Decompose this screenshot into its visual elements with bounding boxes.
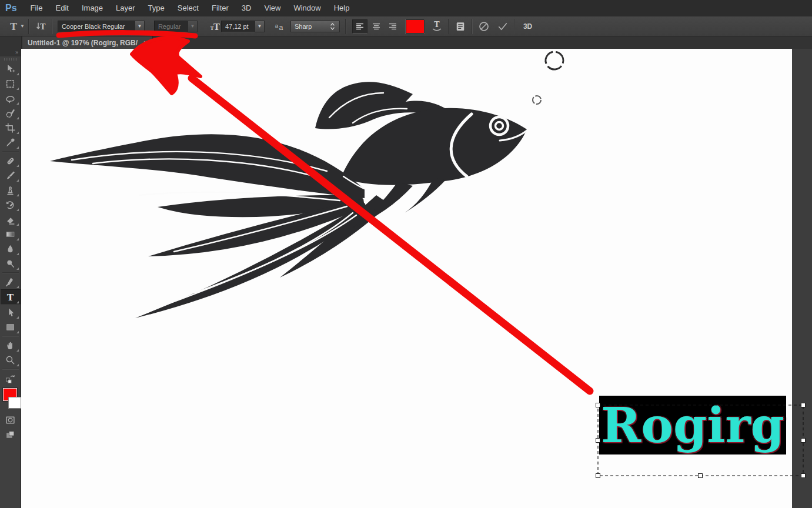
flyout-indicator bbox=[16, 316, 19, 319]
flyout-indicator bbox=[16, 301, 19, 303]
history-brush-tool-button[interactable] bbox=[1, 198, 21, 212]
crop-tool-button[interactable] bbox=[1, 121, 21, 135]
photoshop-window: Ps FileEditImageLayerTypeSelectFilter3DV… bbox=[0, 0, 812, 508]
text-orientation-icon: T bbox=[35, 21, 46, 32]
swap-colors-button[interactable] bbox=[1, 371, 21, 386]
menu-layer[interactable]: Layer bbox=[109, 4, 142, 12]
photoshop-logo: Ps bbox=[0, 3, 24, 14]
cancel-edits-button[interactable] bbox=[476, 19, 492, 34]
flyout-indicator bbox=[16, 117, 19, 119]
menu-select[interactable]: Select bbox=[171, 4, 205, 12]
svg-text:T: T bbox=[213, 21, 220, 31]
hand-icon bbox=[5, 340, 15, 350]
menu-help[interactable]: Help bbox=[328, 4, 356, 12]
clone-stamp-tool-button[interactable] bbox=[1, 183, 21, 198]
text-color-swatch[interactable] bbox=[406, 19, 425, 34]
menu-edit[interactable]: Edit bbox=[49, 4, 75, 12]
gradient-tool-button[interactable] bbox=[1, 227, 21, 242]
eyedropper-tool-button[interactable] bbox=[1, 135, 21, 150]
zoom-tool-button[interactable] bbox=[1, 353, 21, 367]
type-tool-button[interactable]: T bbox=[1, 289, 21, 305]
text-layer-block[interactable]: Rogirg bbox=[599, 396, 786, 454]
anti-alias-select[interactable]: Sharp bbox=[290, 21, 340, 32]
screen-mode-icon bbox=[5, 430, 15, 440]
menu-image[interactable]: Image bbox=[75, 4, 109, 12]
align-center-icon bbox=[372, 22, 381, 31]
font-size-icon: т T bbox=[206, 19, 221, 34]
divider bbox=[28, 19, 29, 34]
font-size-dropdown-button[interactable]: ▼ bbox=[255, 21, 265, 32]
tab-close-icon[interactable]: × bbox=[143, 39, 148, 47]
canvas-area[interactable]: Rogirg Rogirg bbox=[21, 49, 812, 508]
align-right-button[interactable] bbox=[385, 19, 400, 34]
path-select-tool-button[interactable] bbox=[1, 305, 21, 320]
hand-tool-button[interactable] bbox=[1, 338, 21, 353]
crop-icon bbox=[5, 123, 15, 133]
font-size-input[interactable]: 47,12 pt bbox=[221, 21, 255, 32]
move-tool-button[interactable] bbox=[1, 62, 21, 76]
quick-select-tool-button[interactable] bbox=[1, 106, 21, 121]
menu-window[interactable]: Window bbox=[287, 4, 327, 12]
lasso-tool-button[interactable] bbox=[1, 91, 21, 106]
menu-3d[interactable]: 3D bbox=[235, 4, 258, 12]
menu-view[interactable]: View bbox=[258, 4, 287, 12]
background-color-swatch[interactable] bbox=[8, 397, 21, 409]
divider bbox=[514, 19, 515, 34]
path-select-icon bbox=[5, 308, 15, 317]
toggle-panels-button[interactable] bbox=[453, 19, 468, 34]
flyout-indicator bbox=[16, 102, 19, 105]
blur-icon bbox=[5, 244, 15, 254]
tool-preset-picker[interactable]: T ▼ bbox=[8, 21, 25, 32]
align-right-icon bbox=[388, 22, 397, 31]
text-orientation-button[interactable]: T bbox=[33, 19, 48, 34]
menu-filter[interactable]: Filter bbox=[205, 4, 235, 12]
dodge-tool-button[interactable] bbox=[1, 256, 21, 271]
anti-alias-icon: a a bbox=[272, 19, 287, 34]
svg-text:T: T bbox=[40, 22, 46, 31]
svg-text:T: T bbox=[434, 21, 440, 29]
quick-mask-button[interactable] bbox=[1, 413, 21, 427]
toolbar-divider bbox=[2, 272, 19, 273]
flyout-indicator bbox=[16, 209, 19, 211]
eraser-tool-button[interactable] bbox=[1, 212, 21, 227]
warp-text-icon: T bbox=[431, 21, 443, 32]
move-icon bbox=[5, 64, 15, 74]
font-family-dropdown-button[interactable]: ▼ bbox=[135, 21, 145, 32]
flyout-indicator bbox=[16, 286, 19, 288]
marquee-icon bbox=[5, 79, 15, 89]
svg-text:a: a bbox=[279, 23, 283, 31]
font-family-input[interactable]: Cooper Black Regular bbox=[58, 21, 135, 32]
flyout-indicator bbox=[16, 165, 19, 167]
toolbar-grip[interactable] bbox=[4, 58, 17, 61]
blur-tool-button[interactable] bbox=[1, 242, 21, 256]
menu-file[interactable]: File bbox=[24, 4, 49, 12]
warp-text-button[interactable]: T bbox=[429, 19, 445, 34]
divider bbox=[52, 19, 53, 34]
quick-select-icon bbox=[5, 108, 15, 118]
divider bbox=[472, 19, 473, 34]
font-style-input: Regular bbox=[154, 21, 188, 32]
brush-tool-button[interactable] bbox=[1, 168, 21, 183]
flyout-indicator bbox=[16, 132, 19, 134]
document-tab[interactable]: Untitled-1 @ 197% (Rogirg, RGB/ × bbox=[22, 36, 153, 49]
spot-heal-tool-button[interactable] bbox=[1, 153, 21, 168]
type-tool-icon: T bbox=[8, 21, 19, 32]
text-layer-content[interactable]: Rogirg bbox=[601, 401, 784, 449]
3d-button[interactable]: 3D bbox=[519, 22, 537, 31]
align-center-button[interactable] bbox=[369, 19, 384, 34]
menu-type[interactable]: Type bbox=[142, 4, 171, 12]
marquee-tool-button[interactable] bbox=[1, 76, 21, 91]
screen-mode-button[interactable] bbox=[1, 427, 21, 442]
pen-icon bbox=[5, 277, 15, 287]
commit-edits-button[interactable] bbox=[495, 19, 510, 34]
pen-tool-button[interactable] bbox=[1, 275, 21, 289]
svg-text:a: a bbox=[275, 22, 279, 28]
foreground-background-colors[interactable] bbox=[1, 387, 21, 413]
lasso-icon bbox=[5, 93, 15, 103]
align-left-button[interactable] bbox=[352, 19, 367, 34]
spot-heal-icon bbox=[5, 156, 15, 166]
toolbar-collapse-button[interactable]: » bbox=[0, 49, 21, 56]
flyout-indicator bbox=[16, 331, 19, 333]
rect-shape-tool-button[interactable] bbox=[1, 320, 21, 335]
type-icon: T bbox=[5, 292, 15, 302]
